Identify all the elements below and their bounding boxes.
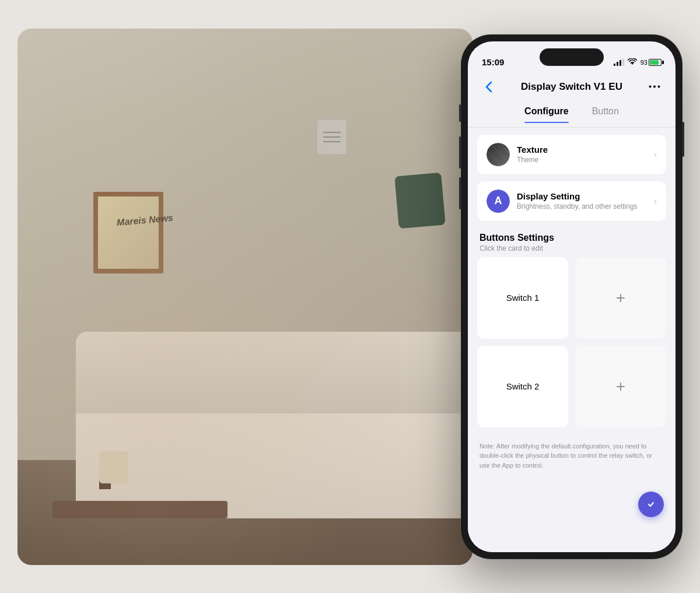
mute-button [459, 104, 461, 122]
switch-2-label: Switch 2 [506, 381, 540, 391]
more-button[interactable] [645, 78, 664, 96]
buttons-section-title: Buttons Settings [480, 233, 664, 243]
wifi-icon [628, 58, 637, 67]
svg-point-0 [649, 86, 652, 88]
battery-percent: 93 [640, 59, 648, 66]
battery-fill [650, 60, 659, 65]
texture-row-text: Texture Theme [517, 145, 654, 164]
scene-container: Mareis News 15:09 [18, 17, 682, 577]
signal-bar-1 [614, 64, 615, 66]
power-button [682, 122, 684, 157]
phone-screen: 15:09 [468, 41, 676, 552]
add-icon-1: + [616, 289, 625, 307]
tab-configure[interactable]: Configure [524, 106, 569, 122]
buttons-section-subtitle: Click the card to edit [480, 244, 664, 252]
display-subtitle: Brightness, standby, and other settings [517, 202, 654, 210]
display-chevron-icon: › [654, 196, 657, 206]
tab-button[interactable]: Button [592, 106, 619, 122]
display-icon: A [487, 190, 510, 213]
phone-content: Texture Theme › A [468, 128, 676, 552]
signal-bar-3 [620, 60, 621, 66]
photo-card: Mareis News [18, 29, 473, 565]
status-time: 15:09 [482, 57, 504, 68]
battery-container: 93 [640, 59, 662, 66]
signal-bar-2 [617, 62, 618, 66]
switch-1-card[interactable]: Switch 1 [477, 257, 568, 339]
back-button[interactable] [480, 78, 498, 96]
texture-chevron-icon: › [654, 149, 657, 160]
display-setting-card[interactable]: A Display Setting Brightness, standby, a… [477, 181, 666, 221]
svg-point-1 [653, 86, 656, 88]
phone-container: 15:09 [461, 34, 682, 559]
texture-card[interactable]: Texture Theme › [477, 135, 666, 174]
add-card-1[interactable]: + [575, 257, 666, 339]
switch-2-card[interactable]: Switch 2 [477, 346, 568, 427]
volume-up-button [459, 136, 461, 169]
display-row-text: Display Setting Brightness, standby, and… [517, 191, 654, 210]
signal-icon [614, 59, 624, 66]
display-icon-wrapper: A [487, 190, 510, 213]
texture-icon [487, 143, 510, 166]
add-card-2[interactable]: + [575, 346, 666, 427]
signal-bar-4 [622, 59, 624, 66]
buttons-grid-row1: Switch 1 + [477, 257, 666, 339]
display-row[interactable]: A Display Setting Brightness, standby, a… [477, 181, 666, 221]
volume-down-button [459, 177, 461, 209]
add-icon-2: + [616, 377, 625, 396]
texture-row[interactable]: Texture Theme › [477, 135, 666, 174]
tabs-container: Configure Button [468, 102, 676, 128]
floating-action-button[interactable] [638, 492, 664, 517]
dynamic-island [540, 48, 604, 66]
phone-shell: 15:09 [461, 34, 682, 559]
bottom-note: Note: After modifying the default config… [477, 434, 666, 478]
texture-title: Texture [517, 145, 654, 155]
switch-1-label: Switch 1 [506, 293, 540, 303]
page-title: Display Switch V1 EU [521, 81, 622, 93]
status-icons: 93 [614, 58, 662, 68]
texture-icon-wrapper [487, 143, 510, 166]
photo-overlay [18, 29, 473, 565]
buttons-grid-row2: Switch 2 + [477, 346, 666, 427]
battery-icon [649, 59, 662, 66]
buttons-section-header: Buttons Settings Click the card to edit [477, 228, 666, 255]
svg-point-2 [658, 86, 660, 88]
texture-subtitle: Theme [517, 156, 654, 164]
nav-header: Display Switch V1 EU [468, 72, 676, 102]
display-title: Display Setting [517, 191, 654, 201]
